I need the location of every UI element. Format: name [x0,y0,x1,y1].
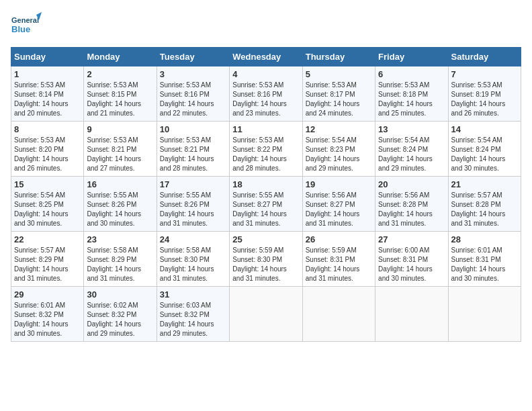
day-number: 24 [160,234,226,244]
weekday-header: Friday [375,48,448,66]
calendar-cell [375,287,448,342]
day-info: Sunrise: 6:00 AM Sunset: 8:31 PM Dayligh… [378,246,445,283]
day-number: 20 [378,179,445,189]
day-number: 8 [14,124,81,134]
calendar-cell: 4Sunrise: 5:53 AM Sunset: 8:16 PM Daylig… [230,66,302,122]
calendar-cell: 7Sunrise: 5:53 AM Sunset: 8:19 PM Daylig… [448,66,521,122]
calendar-cell: 31Sunrise: 6:03 AM Sunset: 8:32 PM Dayli… [157,287,229,342]
day-info: Sunrise: 5:55 AM Sunset: 8:26 PM Dayligh… [87,191,153,228]
day-info: Sunrise: 5:55 AM Sunset: 8:27 PM Dayligh… [232,191,299,228]
calendar-cell: 23Sunrise: 5:58 AM Sunset: 8:29 PM Dayli… [84,232,157,287]
weekday-header: Thursday [302,48,375,66]
calendar-cell: 30Sunrise: 6:02 AM Sunset: 8:32 PM Dayli… [84,287,157,342]
calendar-cell: 15Sunrise: 5:54 AM Sunset: 8:25 PM Dayli… [11,177,84,232]
day-info: Sunrise: 5:57 AM Sunset: 8:29 PM Dayligh… [14,246,81,283]
weekday-header: Wednesday [230,48,302,66]
day-info: Sunrise: 5:54 AM Sunset: 8:25 PM Dayligh… [14,191,81,228]
calendar-cell: 12Sunrise: 5:54 AM Sunset: 8:23 PM Dayli… [302,122,375,177]
day-info: Sunrise: 5:53 AM Sunset: 8:16 PM Dayligh… [232,81,299,118]
day-info: Sunrise: 5:56 AM Sunset: 8:27 PM Dayligh… [306,191,372,228]
calendar-cell: 14Sunrise: 5:54 AM Sunset: 8:24 PM Dayli… [448,122,521,177]
day-number: 9 [87,124,153,134]
calendar-cell [448,287,521,342]
day-info: Sunrise: 5:55 AM Sunset: 8:26 PM Dayligh… [160,191,226,228]
day-number: 18 [232,179,299,189]
calendar-cell: 2Sunrise: 5:53 AM Sunset: 8:15 PM Daylig… [84,66,157,122]
day-info: Sunrise: 5:53 AM Sunset: 8:14 PM Dayligh… [14,81,81,118]
weekday-header-row: SundayMondayTuesdayWednesdayThursdayFrid… [11,48,521,66]
calendar-cell: 25Sunrise: 5:59 AM Sunset: 8:30 PM Dayli… [230,232,302,287]
calendar-cell: 21Sunrise: 5:57 AM Sunset: 8:28 PM Dayli… [448,177,521,232]
day-info: Sunrise: 5:59 AM Sunset: 8:31 PM Dayligh… [306,246,372,283]
day-info: Sunrise: 5:54 AM Sunset: 8:24 PM Dayligh… [451,136,518,173]
day-info: Sunrise: 6:01 AM Sunset: 8:31 PM Dayligh… [451,246,518,283]
day-number: 21 [451,179,518,189]
calendar-cell: 18Sunrise: 5:55 AM Sunset: 8:27 PM Dayli… [230,177,302,232]
calendar-cell: 1Sunrise: 5:53 AM Sunset: 8:14 PM Daylig… [11,66,84,122]
calendar-cell: 3Sunrise: 5:53 AM Sunset: 8:16 PM Daylig… [157,66,229,122]
calendar-cell: 20Sunrise: 5:56 AM Sunset: 8:28 PM Dayli… [375,177,448,232]
svg-text:General: General [11,16,39,24]
day-number: 29 [14,289,81,300]
calendar-cell: 8Sunrise: 5:53 AM Sunset: 8:20 PM Daylig… [11,122,84,177]
day-number: 26 [306,234,372,244]
calendar-table: SundayMondayTuesdayWednesdayThursdayFrid… [11,47,521,342]
calendar-week-row: 29Sunrise: 6:01 AM Sunset: 8:32 PM Dayli… [11,287,521,342]
day-info: Sunrise: 5:58 AM Sunset: 8:29 PM Dayligh… [87,246,153,283]
day-number: 30 [87,289,153,300]
calendar-cell [230,287,302,342]
day-number: 1 [14,69,81,79]
calendar-cell: 13Sunrise: 5:54 AM Sunset: 8:24 PM Dayli… [375,122,448,177]
logo: General Blue [11,11,44,40]
day-number: 6 [378,69,445,79]
day-info: Sunrise: 5:53 AM Sunset: 8:21 PM Dayligh… [87,136,153,173]
day-number: 27 [378,234,445,244]
calendar-cell: 22Sunrise: 5:57 AM Sunset: 8:29 PM Dayli… [11,232,84,287]
calendar-week-row: 15Sunrise: 5:54 AM Sunset: 8:25 PM Dayli… [11,177,521,232]
weekday-header: Monday [84,48,157,66]
day-info: Sunrise: 5:53 AM Sunset: 8:20 PM Dayligh… [14,136,81,173]
day-info: Sunrise: 5:53 AM Sunset: 8:21 PM Dayligh… [160,136,226,173]
day-number: 19 [306,179,372,189]
day-number: 5 [306,69,372,79]
day-info: Sunrise: 5:53 AM Sunset: 8:16 PM Dayligh… [160,81,226,118]
day-number: 12 [306,124,372,134]
day-info: Sunrise: 5:53 AM Sunset: 8:15 PM Dayligh… [87,81,153,118]
day-number: 31 [160,289,226,300]
calendar-cell: 16Sunrise: 5:55 AM Sunset: 8:26 PM Dayli… [84,177,157,232]
day-number: 10 [160,124,226,134]
calendar-cell: 24Sunrise: 5:58 AM Sunset: 8:30 PM Dayli… [157,232,229,287]
day-number: 4 [232,69,299,79]
svg-text:Blue: Blue [11,24,30,34]
day-number: 13 [378,124,445,134]
calendar-cell: 26Sunrise: 5:59 AM Sunset: 8:31 PM Dayli… [302,232,375,287]
day-info: Sunrise: 5:54 AM Sunset: 8:23 PM Dayligh… [306,136,372,173]
day-number: 25 [232,234,299,244]
weekday-header: Sunday [11,48,84,66]
calendar-week-row: 8Sunrise: 5:53 AM Sunset: 8:20 PM Daylig… [11,122,521,177]
calendar-cell: 28Sunrise: 6:01 AM Sunset: 8:31 PM Dayli… [448,232,521,287]
day-number: 7 [451,69,518,79]
day-number: 3 [160,69,226,79]
day-info: Sunrise: 5:56 AM Sunset: 8:28 PM Dayligh… [378,191,445,228]
calendar-cell: 19Sunrise: 5:56 AM Sunset: 8:27 PM Dayli… [302,177,375,232]
calendar-week-row: 22Sunrise: 5:57 AM Sunset: 8:29 PM Dayli… [11,232,521,287]
day-info: Sunrise: 5:53 AM Sunset: 8:18 PM Dayligh… [378,81,445,118]
calendar-cell: 27Sunrise: 6:00 AM Sunset: 8:31 PM Dayli… [375,232,448,287]
day-number: 17 [160,179,226,189]
day-number: 16 [87,179,153,189]
day-info: Sunrise: 5:53 AM Sunset: 8:19 PM Dayligh… [451,81,518,118]
day-number: 22 [14,234,81,244]
day-info: Sunrise: 5:54 AM Sunset: 8:24 PM Dayligh… [378,136,445,173]
day-number: 11 [232,124,299,134]
day-number: 23 [87,234,153,244]
calendar-week-row: 1Sunrise: 5:53 AM Sunset: 8:14 PM Daylig… [11,66,521,122]
day-info: Sunrise: 5:59 AM Sunset: 8:30 PM Dayligh… [232,246,299,283]
calendar-cell [302,287,375,342]
day-number: 15 [14,179,81,189]
day-number: 14 [451,124,518,134]
calendar-cell: 5Sunrise: 5:53 AM Sunset: 8:17 PM Daylig… [302,66,375,122]
day-info: Sunrise: 5:58 AM Sunset: 8:30 PM Dayligh… [160,246,226,283]
calendar-cell: 9Sunrise: 5:53 AM Sunset: 8:21 PM Daylig… [84,122,157,177]
calendar-cell: 6Sunrise: 5:53 AM Sunset: 8:18 PM Daylig… [375,66,448,122]
